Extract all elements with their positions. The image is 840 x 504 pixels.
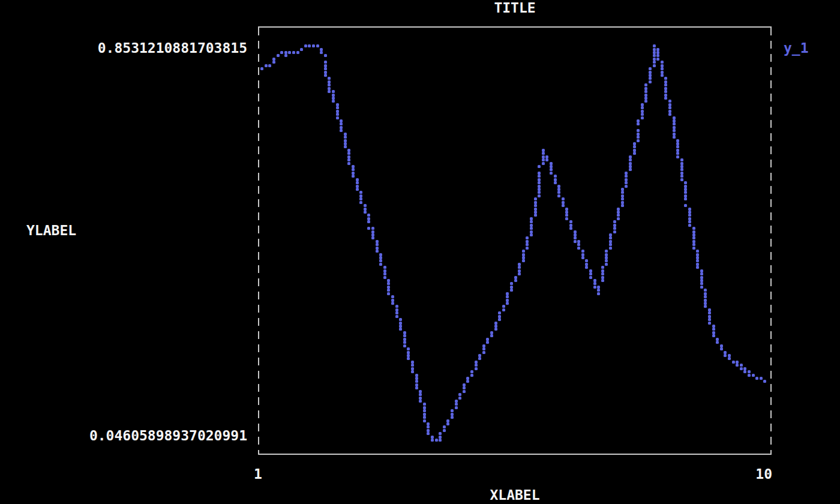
data-point: [296, 51, 299, 54]
data-point: [613, 220, 616, 223]
data-point: [720, 344, 723, 347]
data-point: [367, 227, 370, 230]
data-point: [668, 103, 671, 106]
data-point: [292, 51, 295, 54]
data-point: [688, 224, 691, 227]
data-point: [518, 272, 521, 275]
data-point: [577, 240, 580, 243]
data-point: [688, 220, 691, 223]
data-point: [644, 83, 647, 86]
data-point: [609, 236, 612, 239]
data-point: [740, 364, 743, 367]
data-point: [653, 44, 656, 47]
data-point: [601, 269, 604, 272]
data-point: [732, 361, 735, 364]
data-point: [347, 158, 350, 161]
data-point: [661, 74, 664, 77]
data-point: [736, 361, 739, 364]
data-point: [644, 90, 647, 93]
data-point: [736, 364, 739, 367]
data-point: [743, 367, 746, 370]
data-point: [755, 377, 758, 380]
data-point: [514, 276, 517, 279]
data-point: [399, 328, 402, 331]
data-point: [574, 233, 577, 236]
data-point: [605, 256, 608, 259]
data-point: [427, 425, 430, 428]
data-point: [673, 129, 676, 132]
data-point: [427, 432, 430, 435]
data-point: [336, 106, 339, 109]
data-point: [506, 295, 509, 298]
data-point: [641, 116, 644, 119]
data-point: [629, 168, 632, 171]
data-point: [656, 54, 659, 57]
data-point: [569, 220, 572, 223]
data-point: [565, 211, 568, 214]
data-point: [700, 282, 703, 285]
data-point: [518, 263, 521, 266]
data-point: [617, 208, 620, 211]
data-point: [379, 263, 382, 266]
data-point: [387, 279, 390, 282]
data-point: [364, 208, 367, 211]
data-point: [470, 374, 473, 377]
data-point: [684, 197, 687, 200]
data-point: [625, 185, 628, 188]
data-point: [530, 230, 533, 233]
data-point: [403, 341, 406, 344]
data-point: [359, 201, 362, 204]
data-point: [680, 175, 683, 178]
data-point: [332, 100, 335, 103]
data-point: [518, 269, 521, 272]
data-point: [673, 133, 676, 136]
plot-area: [258, 26, 772, 455]
data-point: [569, 224, 572, 227]
data-point: [656, 48, 659, 51]
data-point: [411, 364, 414, 367]
data-point: [356, 181, 359, 184]
data-point: [522, 256, 525, 259]
data-point: [419, 397, 422, 400]
data-point: [427, 422, 430, 425]
data-point: [684, 194, 687, 197]
data-point: [376, 250, 379, 253]
data-point: [340, 119, 343, 122]
data-point: [676, 155, 679, 158]
data-point: [712, 325, 715, 328]
data-point: [680, 162, 683, 165]
data-point: [356, 188, 359, 191]
data-point: [443, 425, 446, 428]
data-point: [557, 188, 560, 191]
data-point: [621, 204, 624, 207]
data-point: [423, 406, 426, 409]
data-point: [308, 44, 311, 47]
data-point: [272, 58, 275, 61]
data-point: [518, 266, 521, 269]
data-point: [752, 374, 755, 377]
data-point: [601, 272, 604, 275]
data-point: [435, 439, 438, 442]
data-point: [597, 292, 600, 295]
data-point: [403, 344, 406, 347]
data-point: [439, 439, 442, 442]
data-point: [320, 48, 323, 51]
data-point: [538, 181, 541, 184]
data-point: [649, 77, 652, 80]
data-point: [637, 139, 640, 142]
data-point: [680, 178, 683, 181]
data-point: [724, 354, 727, 357]
data-point: [463, 390, 466, 393]
data-point: [383, 269, 386, 272]
data-point: [415, 380, 418, 383]
data-point: [554, 181, 557, 184]
data-point: [653, 64, 656, 67]
data-point: [399, 322, 402, 325]
x-axis-min-tick-label: 1: [254, 466, 262, 482]
data-point: [653, 54, 656, 57]
data-point: [688, 217, 691, 220]
data-point: [684, 188, 687, 191]
data-point: [609, 243, 612, 246]
data-point: [359, 197, 362, 200]
data-point: [716, 341, 719, 344]
